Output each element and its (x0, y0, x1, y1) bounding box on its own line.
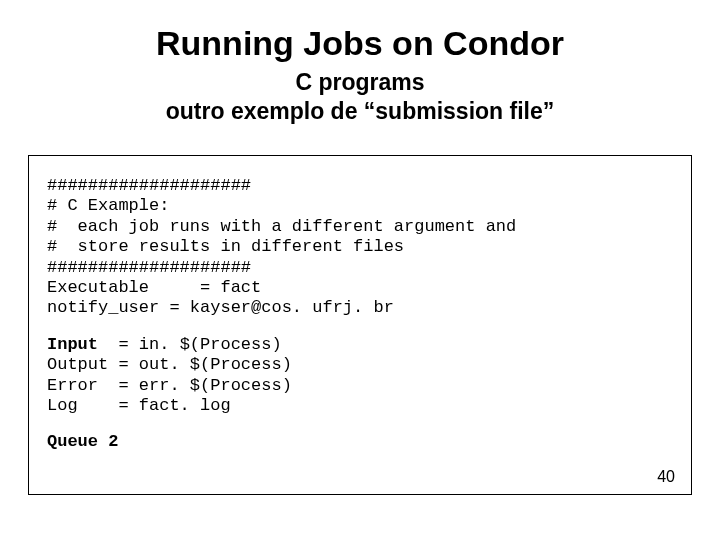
code-io-lines: Output = out. $(Process) Error = err. $(… (47, 355, 292, 415)
slide-subtitle-1: C programs (0, 69, 720, 96)
slide-title: Running Jobs on Condor (0, 24, 720, 63)
code-header-block: #################### # C Example: # each… (47, 176, 673, 319)
code-container: #################### # C Example: # each… (28, 155, 692, 495)
code-queue-line: Queue 2 (47, 432, 673, 452)
page-number: 40 (657, 468, 675, 486)
code-input-rest: = in. $(Process) (98, 335, 282, 354)
code-io-block: Input = in. $(Process) Output = out. $(P… (47, 335, 673, 417)
code-input-label: Input (47, 335, 98, 354)
slide-subtitle-2: outro exemplo de “submission file” (0, 98, 720, 125)
